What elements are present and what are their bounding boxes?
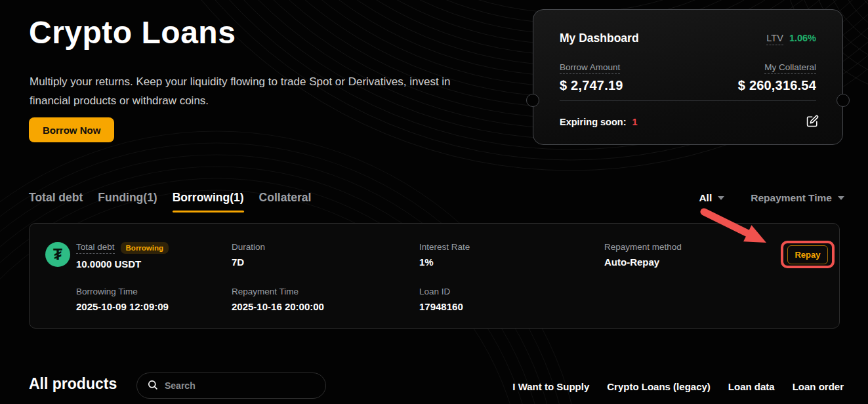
dashboard-divider xyxy=(560,100,816,101)
list-filters: All Repayment Time xyxy=(699,192,844,204)
loan-id-field: Loan ID 17948160 xyxy=(419,287,463,312)
chevron-down-icon xyxy=(838,196,844,200)
repayment-method-value: Auto-Repay xyxy=(604,256,682,268)
status-badge: Borrowing xyxy=(121,242,169,254)
link-crypto-loans-legacy[interactable]: Crypto Loans (legacy) xyxy=(607,381,711,392)
repayment-method-field: Repayment method Auto-Repay xyxy=(604,242,682,268)
borrowing-loan-row: ₮ Total debt Borrowing 10.0000 USDT Dura… xyxy=(29,223,840,329)
expiring-soon-count: 1 xyxy=(632,117,638,127)
borrowing-time-field: Borrowing Time 2025-10-09 12:09:09 xyxy=(76,287,169,312)
borrow-amount-label: Borrow Amount xyxy=(560,62,620,74)
ltv-indicator: LTV 1.06% xyxy=(766,33,816,43)
my-dashboard-card: My Dashboard LTV 1.06% Borrow Amount $ 2… xyxy=(533,9,843,145)
ltv-label: LTV xyxy=(766,33,783,45)
link-loan-order[interactable]: Loan order xyxy=(793,381,844,392)
tab-funding[interactable]: Funding(1) xyxy=(98,191,157,212)
borrow-amount-block: Borrow Amount $ 2,747.19 xyxy=(560,62,623,93)
repayment-time-field: Repayment Time 2025-10-16 20:00:00 xyxy=(232,287,324,312)
card-notch-right xyxy=(837,94,850,107)
collateral-label: My Collateral xyxy=(764,62,816,74)
edit-icon xyxy=(806,119,819,129)
ltv-value: 1.06% xyxy=(789,33,816,43)
search-input[interactable] xyxy=(165,380,309,391)
borrowing-time-value: 2025-10-09 12:09:09 xyxy=(76,301,169,312)
sort-filter-dropdown[interactable]: Repayment Time xyxy=(751,192,844,204)
repayment-method-label: Repayment method xyxy=(604,242,682,252)
repayment-time-value: 2025-10-16 20:00:00 xyxy=(232,301,324,312)
repay-button[interactable]: Repay xyxy=(787,245,828,264)
total-debt-label: Total debt xyxy=(76,242,115,254)
product-search[interactable] xyxy=(136,373,326,399)
loan-id-label: Loan ID xyxy=(419,287,450,296)
expiring-soon-label: Expiring soon: xyxy=(560,117,627,127)
tab-active-underline xyxy=(173,211,244,213)
annotation-highlight-box: Repay xyxy=(781,241,835,268)
all-products-heading: All products xyxy=(29,375,117,393)
repayment-time-label: Repayment Time xyxy=(232,287,299,296)
page-subtitle: Multiply your returns. Keep your liquidi… xyxy=(30,72,451,110)
dashboard-title: My Dashboard xyxy=(560,31,639,45)
collateral-value: $ 260,316.54 xyxy=(738,78,816,93)
duration-field: Duration 7D xyxy=(232,242,265,268)
total-debt-field: Total debt Borrowing 10.0000 USDT xyxy=(76,242,169,270)
tab-collateral[interactable]: Collateral xyxy=(259,191,312,212)
tether-icon: ₮ xyxy=(45,242,70,267)
product-nav-links: I Want to Supply Crypto Loans (legacy) L… xyxy=(512,381,844,392)
tab-borrowing[interactable]: Borrowing(1) xyxy=(173,191,244,212)
total-debt-value: 10.0000 USDT xyxy=(76,258,169,270)
duration-label: Duration xyxy=(232,242,265,252)
asset-filter-dropdown[interactable]: All xyxy=(699,192,724,204)
duration-value: 7D xyxy=(232,256,265,268)
search-icon xyxy=(147,379,158,393)
edit-dashboard-button[interactable] xyxy=(805,113,820,131)
borrowing-time-label: Borrowing Time xyxy=(76,287,138,296)
interest-rate-label: Interest Rate xyxy=(419,242,470,252)
expiring-soon-status: Expiring soon: 1 xyxy=(560,117,638,127)
interest-rate-field: Interest Rate 1% xyxy=(419,242,470,268)
tab-total-debt[interactable]: Total debt xyxy=(29,191,83,212)
chevron-down-icon xyxy=(718,196,724,200)
collateral-block: My Collateral $ 260,316.54 xyxy=(738,62,816,93)
link-loan-data[interactable]: Loan data xyxy=(728,381,775,392)
loan-id-value: 17948160 xyxy=(419,301,463,312)
subtitle-line-1: Multiply your returns. Keep your liquidi… xyxy=(30,75,451,88)
page-title: Crypto Loans xyxy=(29,14,236,51)
interest-rate-value: 1% xyxy=(419,256,470,268)
borrow-amount-value: $ 2,747.19 xyxy=(560,78,623,93)
subtitle-line-2: financial products or withdraw coins. xyxy=(30,94,209,107)
borrow-now-button[interactable]: Borrow Now xyxy=(29,117,114,142)
card-notch-left xyxy=(526,94,539,107)
link-i-want-to-supply[interactable]: I Want to Supply xyxy=(512,381,589,392)
loan-tabs: Total debt Funding(1) Borrowing(1) Colla… xyxy=(29,191,311,212)
